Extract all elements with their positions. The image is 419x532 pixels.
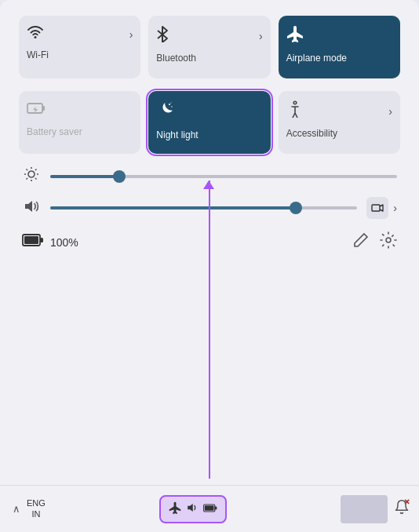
taskbar-left: ∧ ENG IN xyxy=(13,498,46,519)
volume-row: › xyxy=(22,197,397,219)
battery-section: 100% xyxy=(22,232,78,252)
airplane-label: Airplane mode xyxy=(286,53,347,64)
taskbar-quick-group[interactable] xyxy=(159,495,227,523)
battery-icon xyxy=(22,232,44,252)
svg-rect-24 xyxy=(215,506,217,509)
bottom-bar: 100% xyxy=(19,231,400,253)
taskbar: ∧ ENG IN xyxy=(0,485,419,532)
taskbar-airplane-icon xyxy=(169,501,181,517)
volume-icon xyxy=(22,199,41,217)
brightness-row xyxy=(22,166,397,186)
sliders-section: › xyxy=(19,166,400,219)
wifi-tile[interactable]: › Wi-Fi xyxy=(19,16,140,78)
accessibility-chevron[interactable]: › xyxy=(388,105,392,118)
speaker-selector[interactable] xyxy=(366,197,388,219)
bluetooth-label: Bluetooth xyxy=(156,53,196,64)
taskbar-lang-line1: ENG xyxy=(27,498,46,508)
svg-point-6 xyxy=(172,106,173,107)
taskbar-notification-icon[interactable] xyxy=(394,499,410,519)
svg-rect-21 xyxy=(24,236,38,244)
svg-rect-18 xyxy=(372,205,380,211)
volume-extra: › xyxy=(366,197,397,219)
battery-percent: 100% xyxy=(50,236,78,249)
taskbar-lang-line2: IN xyxy=(31,509,40,519)
svg-point-5 xyxy=(169,104,170,105)
taskbar-volume-icon xyxy=(186,502,199,516)
accessibility-label: Accessibility xyxy=(286,128,337,139)
volume-slider[interactable] xyxy=(50,206,357,210)
taskbar-battery-icon xyxy=(203,502,217,516)
accessibility-icon xyxy=(286,100,304,122)
bluetooth-chevron[interactable]: › xyxy=(259,30,263,42)
wifi-icon xyxy=(27,25,44,43)
night-light-tile[interactable]: Night light xyxy=(148,91,270,154)
night-light-label: Night light xyxy=(156,129,198,140)
battery-saver-icon xyxy=(27,100,46,120)
svg-rect-25 xyxy=(205,505,214,510)
settings-icon[interactable] xyxy=(380,231,397,253)
taskbar-language[interactable]: ENG IN xyxy=(27,498,46,519)
svg-point-7 xyxy=(171,103,172,104)
bottom-actions xyxy=(353,231,397,253)
svg-point-9 xyxy=(28,171,35,177)
bluetooth-icon xyxy=(156,25,169,46)
svg-point-8 xyxy=(293,101,297,104)
taskbar-chevron-up[interactable]: ∧ xyxy=(13,503,20,515)
brightness-slider[interactable] xyxy=(50,175,397,178)
wifi-label: Wi-Fi xyxy=(27,49,49,60)
tiles-row1: › Wi-Fi › Bluetooth xyxy=(19,16,400,78)
battery-saver-tile[interactable]: Battery saver xyxy=(19,91,140,154)
airplane-tile[interactable]: Airplane mode xyxy=(279,16,400,78)
edit-icon[interactable] xyxy=(353,232,369,252)
svg-line-14 xyxy=(27,169,28,171)
taskbar-clock[interactable] xyxy=(341,495,388,523)
svg-rect-20 xyxy=(40,238,43,242)
svg-line-16 xyxy=(35,169,37,171)
bluetooth-tile[interactable]: › Bluetooth xyxy=(148,16,270,78)
svg-line-17 xyxy=(27,178,28,180)
brightness-icon xyxy=(22,166,41,186)
airplane-icon xyxy=(286,25,304,46)
svg-point-22 xyxy=(386,238,391,242)
tiles-row2: Battery saver Night light xyxy=(19,91,400,154)
quick-settings-panel: › Wi-Fi › Bluetooth xyxy=(0,0,419,485)
svg-rect-4 xyxy=(42,106,45,111)
battery-saver-label: Battery saver xyxy=(27,126,82,137)
volume-chevron[interactable]: › xyxy=(393,202,397,214)
svg-line-15 xyxy=(35,178,37,180)
wifi-chevron[interactable]: › xyxy=(129,28,133,41)
night-light-icon xyxy=(156,100,175,123)
taskbar-right xyxy=(341,495,410,523)
accessibility-tile[interactable]: › Accessibility xyxy=(279,91,400,154)
